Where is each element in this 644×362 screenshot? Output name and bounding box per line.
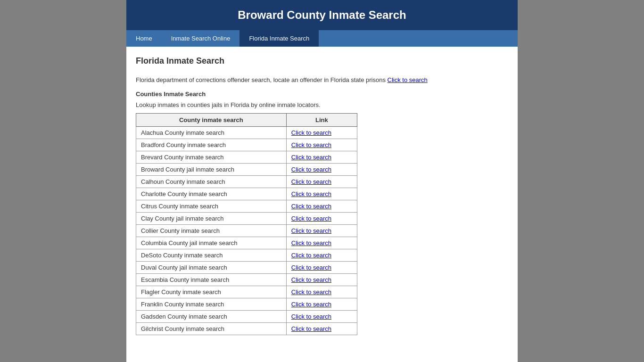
county-link-cell: Click to search <box>286 273 357 286</box>
table-row: Bradford County inmate searchClick to se… <box>136 139 357 151</box>
table-row: Escambia County inmate searchClick to se… <box>136 273 357 286</box>
table-row: Charlotte County inmate searchClick to s… <box>136 188 357 200</box>
county-name: Columbia County jail inmate search <box>136 237 287 249</box>
county-search-table: County inmate search Link Alachua County… <box>136 113 357 335</box>
county-search-link[interactable]: Click to search <box>291 154 331 161</box>
county-search-link[interactable]: Click to search <box>291 288 331 296</box>
col-link-header: Link <box>286 113 357 126</box>
county-name: Bradford County inmate search <box>136 139 287 151</box>
table-row: Flagler County inmate searchClick to sea… <box>136 286 357 298</box>
county-name: Clay County jail inmate search <box>136 212 287 224</box>
table-row: Columbia County jail inmate searchClick … <box>136 237 357 249</box>
county-link-cell: Click to search <box>286 200 357 212</box>
county-name: Gadsden County inmate search <box>136 310 287 322</box>
county-link-cell: Click to search <box>286 224 357 237</box>
table-row: Alachua County inmate searchClick to sea… <box>136 126 357 139</box>
county-name: Duval County jail inmate search <box>136 261 287 273</box>
site-title: Broward County Inmate Search <box>136 8 508 22</box>
county-search-link[interactable]: Click to search <box>291 276 331 283</box>
county-search-link[interactable]: Click to search <box>291 239 331 247</box>
county-search-link[interactable]: Click to search <box>291 301 331 308</box>
county-link-cell: Click to search <box>286 286 357 298</box>
county-name: DeSoto County inmate search <box>136 249 287 261</box>
county-name: Alachua County inmate search <box>136 126 287 139</box>
nav-inmate-search-online[interactable]: Inmate Search Online <box>162 30 240 47</box>
county-link-cell: Click to search <box>286 298 357 310</box>
table-row: Clay County jail inmate searchClick to s… <box>136 212 357 224</box>
intro-search-link[interactable]: Click to search <box>388 76 428 83</box>
county-link-cell: Click to search <box>286 237 357 249</box>
table-row: Brevard County inmate searchClick to sea… <box>136 151 357 163</box>
county-name: Brevard County inmate search <box>136 151 287 163</box>
table-row: Calhoun County inmate searchClick to sea… <box>136 175 357 188</box>
county-name: Citrus County inmate search <box>136 200 287 212</box>
county-search-link[interactable]: Click to search <box>291 190 331 197</box>
county-search-link[interactable]: Click to search <box>291 166 331 173</box>
county-link-cell: Click to search <box>286 188 357 200</box>
county-search-link[interactable]: Click to search <box>291 227 331 234</box>
table-row: Gadsden County inmate searchClick to sea… <box>136 310 357 322</box>
col-county-header: County inmate search <box>136 113 287 126</box>
table-row: Collier County inmate searchClick to sea… <box>136 224 357 237</box>
county-name: Franklin County inmate search <box>136 298 287 310</box>
county-link-cell: Click to search <box>286 249 357 261</box>
table-row: Franklin County inmate searchClick to se… <box>136 298 357 310</box>
navigation: Home Inmate Search Online Florida Inmate… <box>126 30 518 47</box>
intro-paragraph: Florida department of corrections offend… <box>136 75 508 85</box>
counties-desc: Lookup inmates in counties jails in Flor… <box>136 101 508 108</box>
county-search-link[interactable]: Click to search <box>291 203 331 210</box>
site-header: Broward County Inmate Search <box>126 0 518 30</box>
county-name: Flagler County inmate search <box>136 286 287 298</box>
nav-home[interactable]: Home <box>126 30 162 47</box>
county-name: Gilchrist County inmate search <box>136 322 287 335</box>
county-search-link[interactable]: Click to search <box>291 215 331 222</box>
table-row: Citrus County inmate searchClick to sear… <box>136 200 357 212</box>
table-row: Duval County jail inmate searchClick to … <box>136 261 357 273</box>
main-content: Florida Inmate Search Florida department… <box>126 47 518 349</box>
county-link-cell: Click to search <box>286 139 357 151</box>
county-name: Escambia County inmate search <box>136 273 287 286</box>
county-link-cell: Click to search <box>286 163 357 175</box>
county-search-link[interactable]: Click to search <box>291 178 331 185</box>
county-search-link[interactable]: Click to search <box>291 141 331 148</box>
county-search-link[interactable]: Click to search <box>291 264 331 271</box>
table-row: Broward County jail inmate searchClick t… <box>136 163 357 175</box>
county-name: Broward County jail inmate search <box>136 163 287 175</box>
county-name: Charlotte County inmate search <box>136 188 287 200</box>
table-row: Gilchrist County inmate searchClick to s… <box>136 322 357 335</box>
county-search-link[interactable]: Click to search <box>291 129 331 136</box>
county-link-cell: Click to search <box>286 310 357 322</box>
nav-florida-inmate-search[interactable]: Florida Inmate Search <box>239 30 319 47</box>
county-link-cell: Click to search <box>286 175 357 188</box>
county-search-link[interactable]: Click to search <box>291 252 331 259</box>
counties-section-title: Counties Inmate Search <box>136 90 508 98</box>
county-link-cell: Click to search <box>286 322 357 335</box>
county-link-cell: Click to search <box>286 212 357 224</box>
county-link-cell: Click to search <box>286 126 357 139</box>
county-link-cell: Click to search <box>286 261 357 273</box>
county-name: Calhoun County inmate search <box>136 175 287 188</box>
county-search-link[interactable]: Click to search <box>291 313 331 320</box>
table-row: DeSoto County inmate searchClick to sear… <box>136 249 357 261</box>
county-link-cell: Click to search <box>286 151 357 163</box>
intro-text: Florida department of corrections offend… <box>136 76 386 83</box>
county-search-link[interactable]: Click to search <box>291 325 331 332</box>
county-name: Collier County inmate search <box>136 224 287 237</box>
page-title: Florida Inmate Search <box>136 56 508 66</box>
